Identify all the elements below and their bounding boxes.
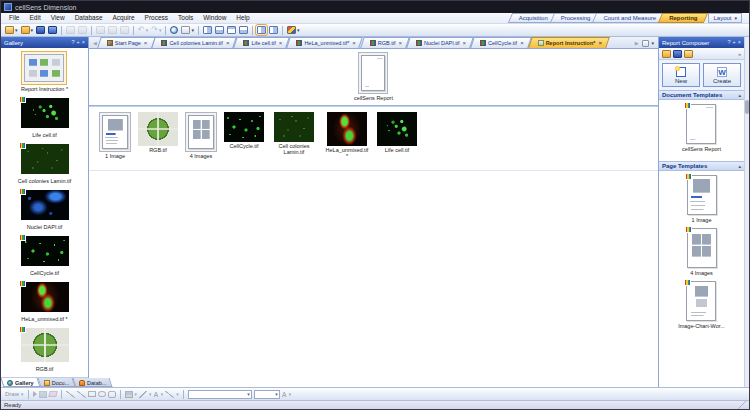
open-template-icon[interactable]: [662, 50, 671, 58]
report-item-cell-colonies-lamin[interactable]: Cell colonies Lamin.tif: [271, 112, 317, 155]
save-button[interactable]: [35, 25, 46, 35]
template-4-images[interactable]: 4 Images: [687, 228, 717, 276]
doc-tab-nuclei-dapi[interactable]: Nuclei DAPI.tif×: [408, 37, 472, 48]
report-item-cellcycle[interactable]: CellCycle.tif: [224, 112, 264, 149]
polygon-icon: [108, 391, 116, 398]
menu-edit[interactable]: Edit: [24, 13, 45, 23]
report-item-life-cell[interactable]: Life cell.tif: [377, 112, 417, 153]
save-all-button[interactable]: [47, 25, 58, 35]
toolbar-separator: [91, 26, 92, 35]
overflow-icon[interactable]: »: [738, 51, 741, 57]
close-icon[interactable]: ×: [399, 40, 403, 46]
close-icon[interactable]: ×: [279, 40, 283, 46]
menu-database[interactable]: Database: [70, 13, 108, 23]
gallery-item-cellcycle[interactable]: CellCycle.tif: [18, 233, 72, 276]
report-page-button[interactable]: ▾: [180, 25, 195, 35]
tab-gallery[interactable]: Gallery: [2, 378, 39, 387]
workflow-reporting[interactable]: Reporting: [660, 13, 706, 23]
gallery-item-life-cell[interactable]: Life cell.tif: [18, 95, 72, 138]
help-icon[interactable]: ?: [728, 40, 731, 46]
doc-tab-cellcycle[interactable]: CellCycle.tif×: [472, 37, 530, 48]
template-image-chart-worksheet[interactable]: Image-Chart-Wor...: [678, 281, 725, 329]
report-item-hela-unmixed[interactable]: HeLa_unmixed.tif *: [324, 112, 370, 159]
menu-help[interactable]: Help: [231, 13, 254, 23]
magnifier-button[interactable]: [169, 25, 179, 35]
doc-tab-hela-unmixed[interactable]: HeLa_unmixed.tif*×: [288, 37, 361, 48]
draw-menu-label: Draw: [5, 391, 19, 397]
cascade-button[interactable]: [238, 25, 249, 35]
image-thumbnail: [21, 236, 69, 266]
composer-scrollbar[interactable]: [744, 37, 749, 387]
open-icon: [21, 26, 30, 34]
doc-tab-rgb[interactable]: RGB.tif×: [362, 37, 408, 48]
menu-file[interactable]: File: [4, 13, 24, 23]
pin-icon[interactable]: +: [77, 40, 80, 46]
menu-process[interactable]: Process: [140, 13, 173, 23]
tab-list-icon[interactable]: [642, 40, 649, 47]
report-canvas-empty[interactable]: [89, 171, 658, 387]
close-icon[interactable]: ×: [226, 40, 230, 46]
export-icon[interactable]: [684, 50, 693, 58]
gallery-item-nuclei-dapi[interactable]: Nuclei DAPI.tif: [18, 187, 72, 230]
resize-grip-icon[interactable]: [738, 401, 746, 409]
close-icon[interactable]: ×: [144, 40, 148, 46]
new-report-button[interactable]: New: [662, 63, 700, 87]
close-icon[interactable]: ×: [82, 40, 85, 46]
gallery-tab-icon: [7, 380, 13, 386]
chevron-down-icon: ▾: [31, 28, 34, 33]
close-icon[interactable]: ×: [738, 40, 741, 46]
report-document-item[interactable]: cellSens Report: [354, 52, 393, 101]
tile-rows-button[interactable]: [226, 25, 237, 35]
doc-tab-start-page[interactable]: Start Page×: [99, 37, 154, 48]
tile-horizontal-button[interactable]: [214, 25, 225, 35]
create-report-button[interactable]: Create: [703, 63, 741, 87]
close-icon[interactable]: ×: [352, 40, 356, 46]
layout-button[interactable]: Layout▾: [708, 13, 742, 23]
page-templates-list: 1 Image 4 Images Image-Chart-Wor...: [659, 171, 744, 387]
doc-tab-report-instruction[interactable]: Report Instruction*×: [530, 37, 608, 48]
font-size-combo[interactable]: ▾: [254, 390, 280, 399]
report-item-4-images[interactable]: 4 Images: [185, 112, 217, 159]
menu-view[interactable]: View: [46, 13, 70, 23]
doc-tab-life-cell[interactable]: Life cell.tif×: [235, 37, 288, 48]
scrollbar-thumb[interactable]: [745, 100, 749, 114]
template-cellsens-report[interactable]: cellSens Report: [682, 104, 721, 152]
color-layers-button[interactable]: ▾: [286, 25, 301, 35]
report-item-label: 4 Images: [190, 153, 213, 159]
pin-icon[interactable]: +: [733, 40, 736, 46]
tab-database[interactable]: Datab...: [74, 378, 111, 387]
gallery-item-report-instruction[interactable]: Report Instruction *: [21, 51, 68, 92]
font-family-combo[interactable]: ▾: [188, 390, 252, 399]
close-icon[interactable]: ×: [598, 40, 602, 46]
help-icon[interactable]: ?: [72, 40, 75, 46]
menu-acquire[interactable]: Acquire: [108, 13, 140, 23]
gallery-item-cell-colonies-lamin[interactable]: Cell colonies Lamin.tif: [18, 141, 72, 184]
single-window-button[interactable]: [256, 25, 267, 35]
report-item-rgb[interactable]: RGB.tif: [138, 112, 178, 153]
close-icon[interactable]: ×: [520, 40, 524, 46]
collapse-icon[interactable]: ▴: [738, 92, 741, 98]
workflow-count-and-measure[interactable]: Count and Measure: [594, 13, 665, 23]
split-window-button[interactable]: [268, 25, 279, 35]
gallery-item-rgb[interactable]: RGB.tif: [18, 325, 72, 372]
report-item-label: Cell colonies Lamin.tif: [271, 143, 317, 155]
window-title: cellSens Dimension: [15, 4, 76, 11]
gallery-item-hela-unmixed[interactable]: HeLa_unmixed.tif *: [18, 279, 72, 322]
tab-scroll-right-icon[interactable]: ▶: [633, 38, 641, 48]
document-templates-header[interactable]: Document Templates ▴: [659, 90, 744, 100]
menu-window[interactable]: Window: [198, 13, 231, 23]
tab-documents[interactable]: Docu...: [39, 378, 74, 387]
menu-tools[interactable]: Tools: [173, 13, 198, 23]
template-1-image[interactable]: 1 Image: [687, 175, 717, 223]
close-icon[interactable]: ×: [463, 40, 467, 46]
doc-tab-cell-colonies-lamin[interactable]: Cell colonies Lamin.tif×: [153, 37, 235, 48]
save-template-icon[interactable]: [673, 50, 682, 58]
report-item-1-image[interactable]: 1 Image: [99, 112, 131, 159]
collapse-icon[interactable]: ▴: [738, 163, 741, 169]
redo-button: ↷▾: [150, 25, 162, 35]
new-document-button[interactable]: ▾: [4, 25, 19, 35]
page-templates-header[interactable]: Page Templates ▴: [659, 161, 744, 171]
chevron-down-icon[interactable]: ▾: [651, 41, 654, 46]
open-button[interactable]: ▾: [20, 25, 35, 35]
tile-vertical-button[interactable]: [202, 25, 213, 35]
